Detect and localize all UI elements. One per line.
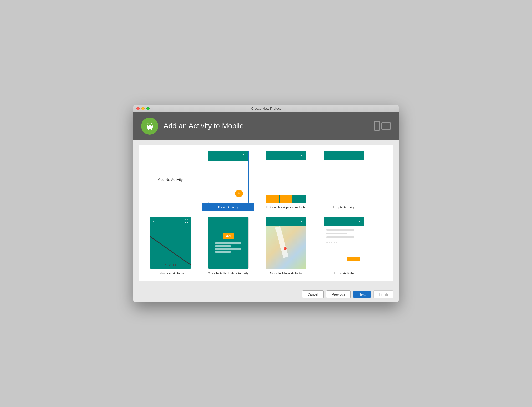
basic-menu-icon: ⋮ [242, 153, 246, 158]
ad-line-3 [215, 248, 241, 250]
svg-point-3 [151, 125, 152, 126]
basic-activity-label: Basic Activity [202, 203, 254, 211]
diagonal-line [150, 230, 191, 269]
svg-rect-4 [148, 129, 149, 130]
login-activity-card[interactable]: ← ⋮ [318, 217, 370, 275]
title-bar: Create New Project [133, 105, 399, 112]
fullscreen-back-icon: ← [152, 219, 156, 223]
fullscreen-activity-card[interactable]: ← ⛶ Fullscreen Activity [144, 217, 197, 275]
bottom-nav-activity-label: Bottom Navigation Activity [266, 205, 306, 209]
bottom-nav-item2 [280, 195, 292, 203]
previous-button[interactable]: Previous [326, 290, 351, 298]
tablet-icon [381, 122, 391, 130]
bottom-nav-activity-card[interactable]: ← ⋮ Bottom Navigation Activity [260, 151, 312, 209]
login-preview: ← ⋮ [324, 217, 364, 269]
bottom-nav-preview: ← ⋮ [266, 151, 306, 203]
login-menu-icon: ⋮ [357, 219, 362, 224]
maps-menu-icon: ⋮ [300, 219, 304, 224]
empty-app-bar: ← [324, 151, 364, 160]
login-activity-label: Login Activity [334, 271, 354, 275]
nav-home [169, 264, 171, 266]
cancel-button[interactable]: Cancel [302, 290, 324, 298]
phone-icon [374, 121, 380, 131]
maps-activity-label: Google Maps Activity [270, 271, 302, 275]
footer: Cancel Previous Next Finish [133, 286, 399, 302]
bottom-nav-back-icon: ← [268, 153, 272, 158]
main-content: Add No Activity ← ⋮ + Basic Activity [133, 140, 399, 286]
maps-app-bar: ← ⋮ [266, 217, 306, 226]
maps-activity-card[interactable]: ← ⋮ 📍 Google Maps Activity [260, 217, 312, 275]
svg-point-2 [148, 125, 149, 126]
login-line-2 [326, 233, 347, 234]
maximize-button[interactable] [146, 107, 150, 110]
traffic-lights [136, 107, 150, 110]
login-btn [347, 257, 360, 261]
bottom-nav-app-bar: ← ⋮ [266, 151, 306, 160]
basic-activity-preview: ← ⋮ + [208, 151, 249, 203]
bottom-nav-item3 [293, 195, 306, 203]
android-icon [145, 121, 155, 131]
svg-rect-5 [151, 129, 152, 130]
nav-back [165, 264, 167, 267]
ad-lines [215, 242, 241, 253]
basic-fab: + [235, 190, 243, 197]
basic-activity-card[interactable]: ← ⋮ + Basic Activity [202, 151, 254, 211]
empty-activity-card[interactable]: ← Empty Activity [318, 151, 370, 209]
login-dot-5 [336, 242, 337, 243]
phone-nav [165, 264, 176, 266]
activity-grid: Add No Activity ← ⋮ + Basic Activity [144, 151, 388, 275]
fullscreen-activity-label: Fullscreen Activity [157, 271, 184, 275]
bottom-nav-bar [266, 195, 306, 203]
login-dot-2 [329, 242, 330, 243]
main-window: Create New Project Add an [133, 105, 399, 302]
ad-line-4 [215, 251, 231, 253]
svg-rect-9 [152, 125, 153, 128]
add-no-activity-label: Add No Activity [158, 177, 183, 182]
header-title: Add an Activity to Mobile [163, 122, 244, 130]
header: Add an Activity to Mobile [133, 112, 399, 140]
nav-recent [173, 264, 176, 266]
login-dot-4 [334, 242, 335, 243]
ad-line-1 [215, 242, 241, 244]
login-line-3 [326, 236, 354, 238]
close-button[interactable] [136, 107, 140, 110]
empty-activity-label: Empty Activity [333, 205, 355, 209]
device-icons [374, 121, 391, 131]
ad-badge: Ad [223, 233, 234, 239]
android-logo [141, 118, 158, 135]
ad-line-2 [215, 245, 231, 247]
activity-grid-container: Add No Activity ← ⋮ + Basic Activity [139, 145, 393, 281]
finish-button: Finish [373, 290, 393, 298]
add-no-activity[interactable]: Add No Activity [144, 151, 197, 208]
login-lines [324, 226, 364, 241]
window-title: Create New Project [251, 106, 281, 110]
ad-activity-label: Google AdMob Ads Activity [208, 271, 248, 275]
maps-back-icon: ← [268, 219, 272, 224]
bottom-nav-selected [266, 195, 279, 203]
ad-content: Ad [210, 218, 247, 268]
header-left: Add an Activity to Mobile [141, 118, 244, 135]
ad-preview: Ad [208, 217, 249, 269]
map-pin-icon: 📍 [282, 247, 288, 253]
fullscreen-expand-icon: ⛶ [185, 219, 188, 223]
fullscreen-preview: ← ⛶ [150, 217, 191, 269]
empty-activity-preview: ← [324, 151, 364, 203]
next-button[interactable]: Next [353, 291, 371, 298]
basic-back-icon: ← [211, 154, 215, 158]
fullscreen-diagonal [150, 217, 191, 269]
empty-back-icon: ← [326, 153, 330, 158]
bottom-nav-menu-icon: ⋮ [300, 153, 304, 158]
login-dot-1 [326, 242, 328, 243]
login-dot-3 [331, 242, 332, 243]
maps-preview: ← ⋮ 📍 [266, 217, 306, 269]
svg-rect-8 [147, 125, 148, 128]
login-back-icon: ← [326, 219, 330, 224]
login-dots [324, 242, 364, 243]
basic-app-bar: ← ⋮ [208, 151, 248, 161]
ad-activity-card[interactable]: Ad Google AdMob Ads Activity [202, 217, 254, 275]
login-line-1 [326, 229, 354, 231]
minimize-button[interactable] [141, 107, 145, 110]
login-app-bar: ← ⋮ [324, 217, 364, 226]
